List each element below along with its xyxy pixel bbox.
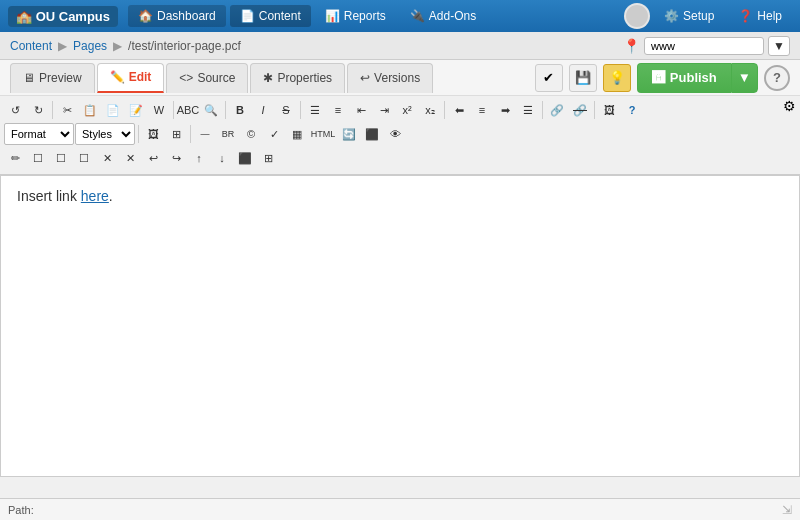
toolbar-btn-align-left[interactable]: ⬅ xyxy=(448,99,470,121)
toolbar-btn-html[interactable]: HTML xyxy=(309,123,337,145)
properties-icon: ✱ xyxy=(263,71,273,85)
toolbar-btn-block[interactable]: ⬛ xyxy=(361,123,383,145)
help-icon: ❓ xyxy=(738,9,753,23)
tab-source-label: Source xyxy=(197,71,235,85)
editor-link[interactable]: here xyxy=(81,188,109,204)
publish-dropdown-button[interactable]: ▼ xyxy=(731,63,758,93)
breadcrumb-sep-1: ▶ xyxy=(58,39,67,53)
nav-item-reports[interactable]: 📊 Reports xyxy=(315,5,396,27)
toolbar-btn-align-justify[interactable]: ☰ xyxy=(517,99,539,121)
toolbar-btn-up[interactable]: ↑ xyxy=(188,147,210,169)
format-select[interactable]: Format xyxy=(4,123,74,145)
toolbar-btn-blk2[interactable]: ⬛ xyxy=(234,147,256,169)
toolbar-btn-accessibility[interactable]: 👁 xyxy=(384,123,406,145)
toolbar-btn-x1[interactable]: ✕ xyxy=(96,147,118,169)
toolbar-row-2: Format Styles 🖼 ⊞ — BR © ✓ ▦ HTML 🔄 ⬛ 👁 xyxy=(4,123,796,145)
nav-label-addons: Add-Ons xyxy=(429,9,476,23)
toolbar-btn-paste-word[interactable]: W xyxy=(148,99,170,121)
toolbar-btn-unlink[interactable]: 🔗 xyxy=(569,99,591,121)
toolbar-btn-link[interactable]: 🔗 xyxy=(546,99,568,121)
tabs-right-section: ✔ 💾 💡 🅰 Publish ▼ ? xyxy=(535,63,790,93)
location-input[interactable] xyxy=(644,37,764,55)
toolbar-sep-3 xyxy=(225,101,226,119)
tab-source[interactable]: <> Source xyxy=(166,63,248,93)
tab-versions[interactable]: ↩ Versions xyxy=(347,63,433,93)
toolbar-btn-insert-image[interactable]: 🖼 xyxy=(142,123,164,145)
toolbar-btn-sq2[interactable]: ☐ xyxy=(50,147,72,169)
preview-icon: 🖥 xyxy=(23,71,35,85)
location-icon: 📍 xyxy=(623,38,640,54)
toolbar-btn-copyright[interactable]: © xyxy=(240,123,262,145)
tab-properties[interactable]: ✱ Properties xyxy=(250,63,345,93)
toolbar-btn-refresh[interactable]: 🔄 xyxy=(338,123,360,145)
toolbar-btn-grid[interactable]: ▦ xyxy=(286,123,308,145)
nav-item-help[interactable]: ❓ Help xyxy=(728,5,792,27)
tab-help-button[interactable]: ? xyxy=(764,65,790,91)
toolbar-sep-6 xyxy=(542,101,543,119)
source-icon: <> xyxy=(179,71,193,85)
toolbar-btn-ordered-list[interactable]: ≡ xyxy=(327,99,349,121)
top-navigation: 🏫 OU Campus 🏠 Dashboard 📄 Content 📊 Repo… xyxy=(0,0,800,32)
tab-preview[interactable]: 🖥 Preview xyxy=(10,63,95,93)
tab-edit[interactable]: ✏️ Edit xyxy=(97,63,165,93)
logo-text: OU Campus xyxy=(36,9,110,24)
publish-group: 🅰 Publish ▼ xyxy=(637,63,758,93)
toolbar-btn-paste-text[interactable]: 📝 xyxy=(125,99,147,121)
toolbar-btn-italic[interactable]: I xyxy=(252,99,274,121)
nav-item-addons[interactable]: 🔌 Add-Ons xyxy=(400,5,486,27)
editor-content[interactable]: Insert link here. xyxy=(1,176,799,476)
nav-item-dashboard[interactable]: 🏠 Dashboard xyxy=(128,5,226,27)
toolbar-btn-help2[interactable]: ? xyxy=(621,99,643,121)
breadcrumb-content[interactable]: Content xyxy=(10,39,52,53)
toolbar-btn-paste[interactable]: 📄 xyxy=(102,99,124,121)
toolbar-btn-table[interactable]: ⊞ xyxy=(165,123,187,145)
toolbar-btn-edit3[interactable]: ✏ xyxy=(4,147,26,169)
toolbar-btn-sq1[interactable]: ☐ xyxy=(27,147,49,169)
toolbar-btn-subscript[interactable]: x₂ xyxy=(419,99,441,121)
toolbar-btn-undo3[interactable]: ↩ xyxy=(142,147,164,169)
location-dropdown[interactable]: ▼ xyxy=(768,36,790,56)
toolbar-btn-copy[interactable]: 📋 xyxy=(79,99,101,121)
toolbar-btn-find[interactable]: 🔍 xyxy=(200,99,222,121)
styles-select[interactable]: Styles xyxy=(75,123,135,145)
toolbar-btn-strike[interactable]: S xyxy=(275,99,297,121)
nav-label-setup: Setup xyxy=(683,9,714,23)
lightbulb-button[interactable]: 💡 xyxy=(603,64,631,92)
save-button[interactable]: 💾 xyxy=(569,64,597,92)
toolbar-btn-br[interactable]: BR xyxy=(217,123,239,145)
publish-label: Publish xyxy=(670,70,717,85)
toolbar-btn-undo2[interactable]: ↺ xyxy=(4,99,26,121)
settings-sidebar-toggle[interactable]: ⚙ xyxy=(783,98,796,114)
toolbar-btn-redo[interactable]: ↻ xyxy=(27,99,49,121)
resize-handle[interactable]: ⇲ xyxy=(782,503,792,517)
toolbar-btn-sq3[interactable]: ☐ xyxy=(73,147,95,169)
app-logo[interactable]: 🏫 OU Campus xyxy=(8,6,118,27)
publish-button[interactable]: 🅰 Publish xyxy=(637,63,731,93)
reports-icon: 📊 xyxy=(325,9,340,23)
breadcrumb-pages[interactable]: Pages xyxy=(73,39,107,53)
toolbar-btn-image[interactable]: 🖼 xyxy=(598,99,620,121)
toolbar-btn-grid2[interactable]: ⊞ xyxy=(257,147,279,169)
check-button[interactable]: ✔ xyxy=(535,64,563,92)
toolbar-btn-outdent[interactable]: ⇤ xyxy=(350,99,372,121)
toolbar-btn-check2[interactable]: ✓ xyxy=(263,123,285,145)
toolbar-btn-indent[interactable]: ⇥ xyxy=(373,99,395,121)
user-avatar[interactable] xyxy=(624,3,650,29)
toolbar-btn-superscript[interactable]: x² xyxy=(396,99,418,121)
tab-versions-label: Versions xyxy=(374,71,420,85)
toolbar-btn-cut[interactable]: ✂ xyxy=(56,99,78,121)
toolbar-btn-hr[interactable]: — xyxy=(194,123,216,145)
toolbar-btn-spellcheck[interactable]: ABC xyxy=(177,99,199,121)
nav-item-content[interactable]: 📄 Content xyxy=(230,5,311,27)
toolbar-btn-redo3[interactable]: ↪ xyxy=(165,147,187,169)
toolbar-btn-x2[interactable]: ✕ xyxy=(119,147,141,169)
editor-wrapper: Insert link here. xyxy=(0,175,800,477)
toolbar-btn-unordered-list[interactable]: ☰ xyxy=(304,99,326,121)
toolbar-btn-bold[interactable]: B xyxy=(229,99,251,121)
toolbar-btn-down[interactable]: ↓ xyxy=(211,147,233,169)
editor-text-after: . xyxy=(109,188,113,204)
toolbar-sep-2 xyxy=(173,101,174,119)
toolbar-btn-align-right[interactable]: ➡ xyxy=(494,99,516,121)
nav-item-setup[interactable]: ⚙️ Setup xyxy=(654,5,724,27)
toolbar-btn-align-center[interactable]: ≡ xyxy=(471,99,493,121)
